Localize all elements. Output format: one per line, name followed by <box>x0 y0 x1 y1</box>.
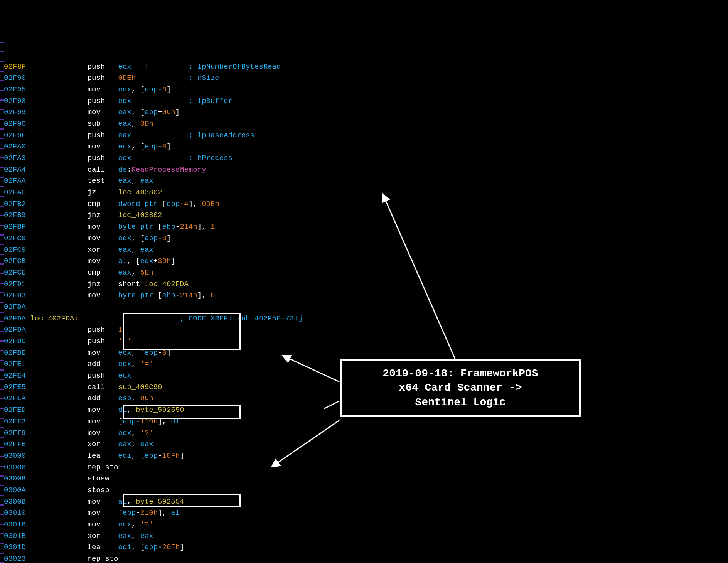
disasm-line[interactable]: 02FA4 call ds:ReadProcessMemory <box>4 166 728 178</box>
disasm-line[interactable]: 02FCB mov al, [edx+3Dh] <box>4 258 728 269</box>
disasm-line[interactable]: 02FAA test eax, eax <box>4 177 728 189</box>
disasm-line[interactable]: 02FA0 mov ecx, [ebp+8] <box>4 143 728 155</box>
disasm-line[interactable]: 0300A stosb <box>4 487 728 498</box>
disasm-line[interactable]: 02F95 mov edx, [ebp-8] <box>4 86 728 98</box>
annotation-callout: 2019-09-18: FrameworkPOS x64 Card Scanne… <box>340 359 581 417</box>
disasm-line[interactable]: 02F98 push edx ; lpBuffer <box>4 98 728 109</box>
disasm-line[interactable]: 02FC9 xor eax, eax <box>4 246 728 258</box>
disasm-line[interactable]: 03016 mov ecx, '?' <box>4 521 728 533</box>
disasm-line[interactable]: 03006 rep sto <box>4 464 728 475</box>
disasm-line[interactable]: 02FBF mov byte ptr [ebp-214h], 1 <box>4 223 728 235</box>
disasm-line[interactable]: 02FFE xor eax, eax <box>4 441 728 452</box>
disasm-line[interactable]: 02FAC jz loc_403802 <box>4 189 728 201</box>
disasm-line[interactable]: 0300B mov al, byte_592554 <box>4 498 728 510</box>
annotation-line-1: 2019-09-18: FrameworkPOS <box>383 367 538 379</box>
disasm-line[interactable]: 03000 lea edi, [ebp-10Fh] <box>4 452 728 464</box>
disasm-line[interactable]: 02FDA push 1 <box>4 326 728 338</box>
disasm-line[interactable]: 02F9C sub eax, 3Dh <box>4 120 728 132</box>
disasm-line[interactable]: 02FDC push '=' <box>4 338 728 349</box>
disasm-line: 02FDA <box>4 303 728 315</box>
disasm-line[interactable]: 02FCE cmp eax, 5Eh <box>4 269 728 281</box>
disasm-line[interactable]: 02FB2 cmp dword ptr [ebp-4], 0DEh <box>4 201 728 212</box>
disasm-line[interactable]: 02FD1 jnz short loc_402FDA <box>4 281 728 292</box>
disasm-line[interactable]: 02FD3 mov byte ptr [ebp-214h], 0 <box>4 292 728 303</box>
disasm-line[interactable]: 02FB9 jnz loc_403802 <box>4 212 728 223</box>
disasm-line[interactable]: 02F90 push 0DEh ; nSize <box>4 74 728 86</box>
disasm-line[interactable]: 03008 stosw <box>4 475 728 487</box>
disasm-line[interactable]: 02F8F push ecx | ; lpNumberOfBytesRead <box>4 63 728 75</box>
disasm-line[interactable]: 02FC6 mov edx, [ebp-8] <box>4 235 728 246</box>
disasm-line[interactable]: 02FF9 mov ecx, '?' <box>4 430 728 441</box>
disasm-label-line: 02FDA loc_402FDA: ; CODE XREF: sub_402F5… <box>4 315 728 327</box>
annotation-line-3: Sentinel Logic <box>415 396 506 408</box>
disasm-line[interactable]: 02FA3 push ecx ; hProcess <box>4 155 728 166</box>
disasm-line[interactable]: 02F9F push eax ; lpBaseAddress <box>4 132 728 143</box>
disasm-line[interactable]: 0301B xor eax, eax <box>4 533 728 544</box>
annotation-line-2: x64 Card Scanner -> <box>399 382 522 394</box>
disasm-line[interactable]: 0301D lea edi, [ebp-20Fh] <box>4 544 728 555</box>
ida-disassembly-view[interactable]: 02F8F push ecx | ; lpNumberOfBytesRead02… <box>0 39 728 563</box>
disassembly-listing[interactable]: 02F8F push ecx | ; lpNumberOfBytesRead02… <box>4 63 728 563</box>
disasm-line[interactable]: 02F99 mov eax, [ebp+0Ch] <box>4 109 728 120</box>
gutter-dots <box>0 39 4 563</box>
disasm-line[interactable]: 02FF3 mov [ebp-110h], dl <box>4 418 728 430</box>
disasm-line[interactable]: 03023 rep sto <box>4 555 728 563</box>
disasm-line[interactable]: 03010 mov [ebp-210h], al <box>4 509 728 521</box>
